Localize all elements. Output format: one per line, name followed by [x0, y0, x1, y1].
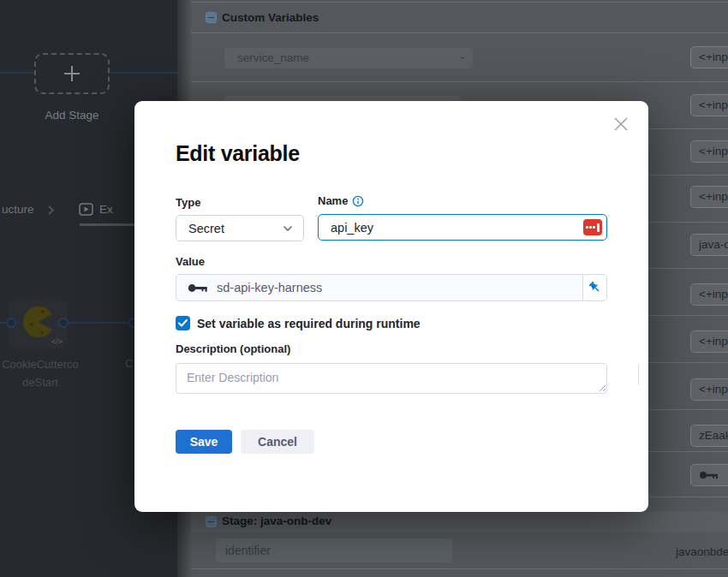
separator — [191, 568, 728, 569]
node-port-left[interactable] — [6, 318, 16, 328]
variable-value-input[interactable]: <+inpu — [690, 378, 728, 401]
code-step-icon: </> — [51, 337, 63, 346]
description-label: Description (optional) — [176, 342, 290, 355]
name-input[interactable] — [318, 214, 607, 241]
variable-value-input[interactable]: <+inpu — [690, 283, 728, 306]
close-icon[interactable] — [612, 116, 630, 133]
key-icon — [699, 470, 719, 480]
node-label: CookieCutterco deStart — [0, 355, 91, 391]
cancel-button[interactable]: Cancel — [241, 430, 314, 454]
textarea-scrollbar-edge — [638, 364, 639, 385]
collapse-icon[interactable] — [206, 12, 217, 23]
name-label-row: Name — [318, 194, 364, 207]
add-stage-label: Add Stage — [21, 109, 123, 122]
cookie-icon — [22, 306, 55, 338]
value-label: Value — [176, 255, 205, 268]
next-node-label: C — [125, 357, 133, 370]
save-button[interactable]: Save — [176, 430, 232, 454]
variable-value-input[interactable]: zEaak — [690, 425, 728, 447]
secret-value-input[interactable] — [690, 464, 728, 486]
secret-value-field[interactable]: sd-api-key-harness — [176, 274, 607, 301]
variable-value-input[interactable]: <+inpu — [690, 94, 728, 116]
separator — [191, 33, 728, 33]
section-header-custom-variables: Custom Variables — [222, 11, 319, 24]
variable-value-input[interactable]: java-o — [690, 234, 728, 256]
edit-variable-modal: Edit variable Type Name Secret Value sd-… — [134, 101, 648, 512]
required-checkbox[interactable] — [176, 316, 190, 330]
description-textarea[interactable] — [176, 363, 607, 394]
type-select-value: Secret — [176, 222, 283, 235]
type-label: Type — [176, 196, 200, 209]
secret-reference: sd-api-key-harness — [217, 281, 322, 294]
tab-execution[interactable]: Ex — [99, 203, 113, 216]
variable-value-input[interactable]: <+inpu — [690, 140, 728, 163]
type-select[interactable]: Secret — [176, 215, 304, 241]
identifier-value: javaonbde — [676, 545, 728, 558]
pin-icon — [588, 281, 602, 294]
check-icon — [178, 319, 188, 327]
key-icon — [188, 283, 208, 294]
breadcrumb[interactable]: ucture — [2, 203, 34, 216]
modal-title: Edit variable — [176, 141, 300, 166]
fixed-value-type-icon[interactable] — [583, 219, 602, 235]
separator — [191, 2, 728, 3]
add-stage-button[interactable] — [34, 53, 110, 94]
name-label: Name — [318, 194, 348, 207]
chevron-down-icon — [283, 225, 293, 232]
identifier-field: identifier — [216, 538, 452, 562]
section-header-stage: Stage: java-onb-dev — [222, 515, 331, 527]
variable-value-input[interactable]: <+inpu — [690, 330, 728, 353]
required-checkbox-label: Set variable as required during runtime — [197, 317, 421, 330]
separator — [191, 81, 728, 82]
variable-value-input[interactable]: <+inpu — [690, 46, 728, 68]
active-tab-underline — [80, 223, 134, 226]
app-screen: Add Stage ucture Ex </> CookieCutterco d… — [0, 0, 728, 577]
node-port-right[interactable] — [58, 318, 69, 328]
plus-icon — [64, 66, 80, 81]
execution-tab-icon — [79, 203, 93, 216]
pin-section[interactable] — [582, 275, 606, 300]
info-icon[interactable] — [352, 195, 364, 207]
collapse-icon[interactable] — [206, 516, 217, 527]
variable-name-field: service_name — [224, 48, 473, 68]
chevron-right-icon — [45, 205, 57, 216]
variable-dash: - — [461, 51, 465, 64]
variable-value-input[interactable]: <+inpu — [690, 186, 728, 208]
